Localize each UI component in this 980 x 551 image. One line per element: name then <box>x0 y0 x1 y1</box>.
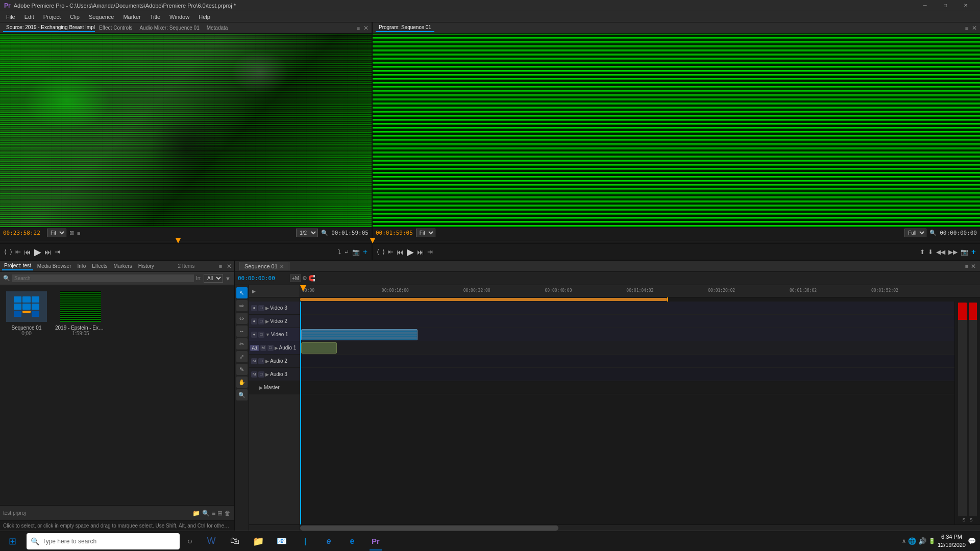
menu-edit[interactable]: Edit <box>20 13 38 21</box>
timeline-panel-menu[interactable]: ≡ <box>963 262 971 270</box>
program-export-frame[interactable]: 📷 <box>961 248 968 256</box>
audio1-clip[interactable] <box>301 342 337 354</box>
taskbar-search-box[interactable]: 🔍 Type here to search <box>27 533 180 549</box>
video3-expand[interactable]: ▶ <box>265 306 269 311</box>
taskbar-mail[interactable]: 📧 <box>271 531 293 552</box>
start-button[interactable]: ⊞ <box>0 531 24 552</box>
program-step-fwd[interactable]: ⏭ <box>417 248 424 256</box>
timeline-work-area-bar[interactable] <box>249 297 980 302</box>
taskbar-edge[interactable]: e <box>341 531 363 552</box>
safe-margin-btn[interactable]: ⊠ <box>69 230 74 236</box>
program-trim-next[interactable]: ▶▶ <box>948 248 958 256</box>
sequence-timecode[interactable]: 00:00:00:00 <box>238 275 284 282</box>
search-in-selector[interactable]: All <box>204 274 223 283</box>
effects-tab[interactable]: Effects <box>90 262 109 270</box>
source-fit-selector[interactable]: Fit <box>47 229 66 237</box>
timeline-ruler[interactable]: 00:00 00;00;16;00 00;00;32;00 00;00;48;0… <box>300 285 980 297</box>
sequence-01-item[interactable]: Sequence 01 0;00 <box>6 291 47 336</box>
program-trim-prev[interactable]: ◀◀ <box>936 248 945 256</box>
audio-mixer-tab[interactable]: Audio Mixer: Sequence 01 <box>136 24 202 32</box>
tray-show-hidden[interactable]: ∧ <box>902 538 906 544</box>
video1-expand[interactable]: ▼ <box>265 332 270 337</box>
source-add-btn[interactable]: + <box>363 247 368 257</box>
timeline-panel-close[interactable]: ✕ <box>971 263 976 270</box>
source-timecode[interactable]: 00:23:58:22 <box>3 230 44 236</box>
timeline-tab-close[interactable]: ✕ <box>280 264 284 269</box>
search-options-btn[interactable]: ▼ <box>225 276 231 282</box>
taskbar-explorer[interactable]: 📁 <box>247 531 270 552</box>
tl-settings-btn[interactable]: ⚙ <box>302 274 307 282</box>
audio3-expand[interactable]: ▶ <box>265 372 269 377</box>
taskbar-ie[interactable]: e <box>317 531 340 552</box>
audio2-mute[interactable]: M <box>251 358 257 364</box>
video1-track-row[interactable] <box>300 328 954 341</box>
program-scrubber[interactable] <box>373 238 980 243</box>
audio1-track-row[interactable] <box>300 341 954 355</box>
source-insert[interactable]: ⤵ <box>338 248 341 256</box>
audio3-mute[interactable]: M <box>251 371 257 378</box>
source-panel-menu[interactable]: ≡ <box>354 24 362 32</box>
tray-battery[interactable]: 🔋 <box>928 538 936 544</box>
source-panel-close[interactable]: ✕ <box>363 24 369 32</box>
video2-expand[interactable]: ▶ <box>265 319 269 324</box>
track-select-tool[interactable]: ⇨ <box>236 300 248 311</box>
new-bin-btn[interactable]: 📁 <box>192 510 200 517</box>
source-scrubber[interactable] <box>0 238 372 243</box>
menu-clip[interactable]: Clip <box>66 13 84 21</box>
audio2-expand[interactable]: ▶ <box>265 359 269 364</box>
audio2-lock[interactable]: □ <box>258 358 264 364</box>
program-go-in[interactable]: ⇤ <box>388 248 394 256</box>
master-track-row[interactable] <box>300 381 954 394</box>
ripple-edit-tool[interactable]: ⇔ <box>236 313 248 324</box>
menu-title[interactable]: Title <box>146 13 164 21</box>
program-add-btn[interactable]: + <box>971 247 976 257</box>
program-zoom-btn[interactable]: 🔍 <box>929 230 937 236</box>
tray-network[interactable]: 🌐 <box>908 537 916 545</box>
menu-marker[interactable]: Marker <box>119 13 144 21</box>
notification-center[interactable]: 💬 <box>968 537 976 545</box>
icon-view-btn[interactable]: ⊞ <box>217 510 223 517</box>
program-mark-in[interactable]: ⟨ <box>377 248 379 256</box>
source-go-out[interactable]: ⇥ <box>55 248 60 256</box>
program-panel-menu[interactable]: ≡ <box>963 24 971 32</box>
source-export-frame[interactable]: 📷 <box>352 248 360 256</box>
source-settings-btn[interactable]: ≡ <box>77 230 80 236</box>
timeline-sequence-tab[interactable]: Sequence 01 ✕ <box>239 262 289 270</box>
project-search-input[interactable] <box>12 274 194 282</box>
markers-tab[interactable]: Markers <box>112 262 134 270</box>
razor-tool[interactable]: ✂ <box>236 338 248 349</box>
minimize-button[interactable]: ─ <box>915 0 935 11</box>
audio1-expand[interactable]: ▶ <box>275 345 278 350</box>
program-timecode-left[interactable]: 00:01:59:05 <box>376 230 413 236</box>
effect-controls-tab[interactable]: Effect Controls <box>96 24 135 32</box>
audio3-track-row[interactable] <box>300 368 954 381</box>
program-go-out[interactable]: ⇥ <box>427 248 433 256</box>
project-panel-menu[interactable]: ≡ <box>216 262 225 270</box>
program-tab[interactable]: Program: Sequence 01 <box>376 23 434 32</box>
menu-sequence[interactable]: Sequence <box>85 13 118 21</box>
audio1-sync-btn[interactable]: A1 <box>250 345 259 351</box>
source-mark-out[interactable]: ⟩ <box>10 248 12 256</box>
source-play[interactable]: ▶ <box>34 246 41 258</box>
maximize-button[interactable]: □ <box>935 0 955 11</box>
video1-clip[interactable] <box>301 329 418 340</box>
close-button[interactable]: ✕ <box>955 0 976 11</box>
menu-file[interactable]: File <box>2 13 19 21</box>
source-step-back[interactable]: ⏮ <box>24 248 31 256</box>
video1-eye[interactable]: ● <box>251 332 257 338</box>
video3-lock[interactable]: □ <box>258 305 264 311</box>
menu-help[interactable]: Help <box>194 13 214 21</box>
source-mark-in[interactable]: ⟨ <box>4 248 7 256</box>
project-panel-close[interactable]: ✕ <box>227 263 232 270</box>
menu-project[interactable]: Project <box>39 13 65 21</box>
source-tab[interactable]: Source: 2019 - Exchanging Breast Implant… <box>3 23 95 32</box>
info-tab[interactable]: Info <box>76 262 88 270</box>
timeline-scrollbar[interactable] <box>249 524 980 531</box>
program-play[interactable]: ▶ <box>407 246 414 258</box>
history-tab[interactable]: History <box>136 262 156 270</box>
selection-tool[interactable]: ↖ <box>236 287 248 298</box>
audio3-lock[interactable]: □ <box>258 371 264 378</box>
taskbar-timeline[interactable]: | <box>294 531 316 552</box>
source-overwrite[interactable]: ⤶ <box>344 248 349 256</box>
video2-eye[interactable]: ● <box>251 318 257 324</box>
